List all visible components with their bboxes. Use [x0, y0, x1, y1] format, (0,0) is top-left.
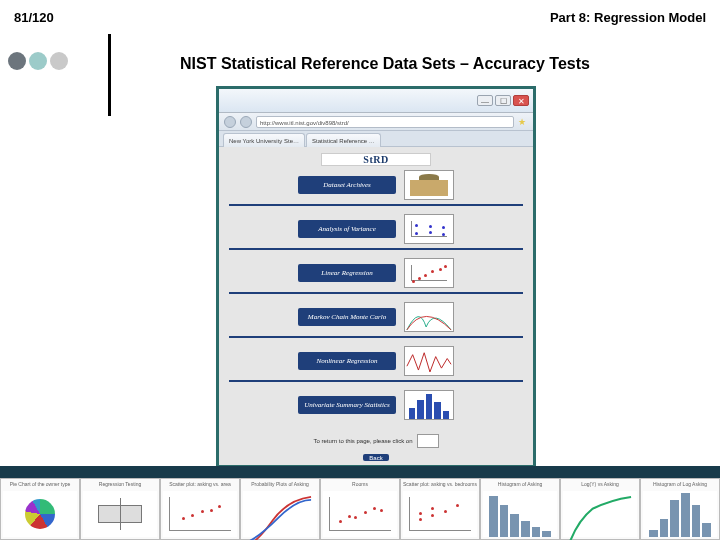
nonlin-thumb-icon [404, 346, 454, 376]
browser-tab[interactable]: New York University Ste… [223, 133, 305, 147]
window-titlebar: — ☐ ✕ [219, 89, 533, 113]
return-text: To return to this page, please click on [313, 438, 412, 444]
close-button[interactable]: ✕ [513, 95, 529, 106]
bullet-dot [29, 52, 47, 70]
anova-thumb-icon [404, 214, 454, 244]
page-number: 81/120 [14, 10, 54, 25]
section-mcmc[interactable]: Markov Chain Monte Carlo [229, 302, 523, 338]
browser-tab[interactable]: Statistical Reference … [306, 133, 381, 147]
building-mini-icon [417, 434, 439, 448]
back-button[interactable]: Back [363, 454, 389, 461]
thumb-caption: Pie Chart of the owner type [3, 481, 77, 489]
minimize-button[interactable]: — [477, 95, 493, 106]
bars-thumb-icon [404, 390, 454, 420]
slide-thumb[interactable]: Rooms [320, 478, 400, 540]
section-label: Nonlinear Regression [298, 352, 396, 370]
thumb-caption: Log(Y) vs Asking [563, 481, 637, 489]
linreg-thumb-icon [404, 258, 454, 288]
section-label: Analysis of Variance [298, 220, 396, 238]
slide-bullets [8, 52, 68, 70]
bullet-dot [8, 52, 26, 70]
strd-logo: StRD [321, 153, 431, 166]
scatter-icon [329, 497, 391, 531]
prob-plot-icon [243, 491, 317, 540]
logcurve-icon [563, 491, 637, 540]
back-nav-icon[interactable] [224, 116, 236, 128]
section-dataset-archives[interactable]: Dataset Archives [229, 170, 523, 206]
thumb-caption: Scatter plot: asking vs. bedrooms [403, 481, 477, 489]
scatter-icon [169, 497, 231, 531]
boxplot-icon [98, 505, 142, 523]
slide-thumb[interactable]: Log(Y) vs Asking [560, 478, 640, 540]
thumb-caption: Scatter plot: asking vs. area [163, 481, 237, 489]
building-icon [404, 170, 454, 200]
thumb-caption: Rooms [323, 481, 397, 489]
browser-window: — ☐ ✕ http://www.itl.nist.gov/div898/str… [216, 86, 536, 468]
slide-thumb[interactable]: Probability Plots of Asking [240, 478, 320, 540]
section-univariate[interactable]: Univariate Summary Statistics [229, 390, 523, 424]
page-content: StRD Dataset Archives Analysis of Varian… [219, 147, 533, 465]
slide-thumb[interactable]: Histogram of Asking [480, 478, 560, 540]
section-anova[interactable]: Analysis of Variance [229, 214, 523, 250]
maximize-button[interactable]: ☐ [495, 95, 511, 106]
address-bar[interactable]: http://www.itl.nist.gov/div898/strd/ [256, 116, 514, 128]
vertical-rule [108, 34, 111, 116]
mcmc-thumb-icon [404, 302, 454, 332]
pie-chart-icon [25, 499, 55, 529]
part-title: Part 8: Regression Model [550, 10, 706, 25]
return-note: To return to this page, please click on [313, 434, 438, 448]
section-label: Dataset Archives [298, 176, 396, 194]
section-label: Markov Chain Monte Carlo [298, 308, 396, 326]
favorite-star-icon[interactable]: ★ [518, 117, 528, 127]
browser-toolbar: http://www.itl.nist.gov/div898/strd/ ★ [219, 113, 533, 131]
section-nonlinear-regression[interactable]: Nonlinear Regression [229, 346, 523, 382]
slide-title: NIST Statistical Reference Data Sets – A… [180, 55, 590, 73]
section-label: Linear Regression [298, 264, 396, 282]
section-linear-regression[interactable]: Linear Regression [229, 258, 523, 294]
bullet-dot [50, 52, 68, 70]
forward-nav-icon[interactable] [240, 116, 252, 128]
slide-thumb[interactable]: Scatter plot: asking vs. bedrooms [400, 478, 480, 540]
slide-thumb[interactable]: Histogram of Log Asking [640, 478, 720, 540]
section-label: Univariate Summary Statistics [298, 396, 396, 414]
thumb-caption: Histogram of Asking [483, 481, 557, 489]
slide-thumb[interactable]: Scatter plot: asking vs. area [160, 478, 240, 540]
footer-band [0, 466, 720, 478]
slide-thumb[interactable]: Pie Chart of the owner type [0, 478, 80, 540]
histogram-icon [643, 491, 717, 537]
thumb-caption: Regression Testing [83, 481, 157, 489]
thumb-caption: Histogram of Log Asking [643, 481, 717, 489]
scatter-icon [409, 497, 471, 531]
thumb-caption: Probability Plots of Asking [243, 481, 317, 489]
slide-thumbnails: Pie Chart of the owner type Regression T… [0, 478, 720, 540]
tab-strip: New York University Ste… Statistical Ref… [219, 131, 533, 147]
slide-thumb[interactable]: Regression Testing [80, 478, 160, 540]
histogram-icon [483, 491, 557, 537]
